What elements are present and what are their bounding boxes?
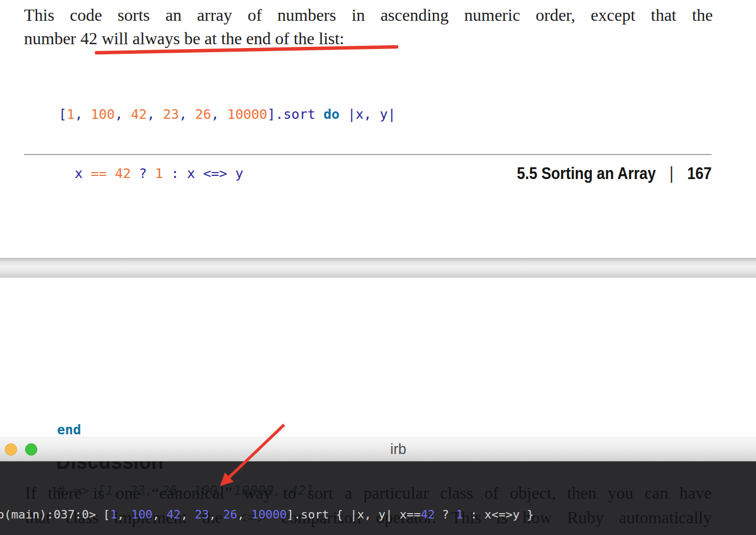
footer-divider (24, 154, 712, 155)
paragraph-line-2: number 42 will always be at the end of t… (24, 27, 713, 50)
footer-section-title: 5.5 Sorting an Array (517, 164, 656, 183)
book-paragraph: This code sorts an array of numbers in a… (24, 3, 713, 50)
terminal-window: irb Discussion If there is one “canonica… (0, 437, 756, 535)
terminal-titlebar[interactable]: irb (0, 437, 756, 461)
code-line-sort-do: [1, 100, 42, 23, 26, 10000].sort do |x, … (59, 104, 396, 124)
terminal-content[interactable]: Discussion If there is one “canonical” w… (0, 461, 756, 535)
terminal-title: irb (0, 441, 756, 458)
footer-separator: | (670, 163, 673, 183)
screen: This code sorts an array of numbers in a… (0, 0, 756, 535)
page-footer: 5.5 Sorting an Array|167 (24, 163, 712, 183)
terminal-lines: irb(main):037:0> [1, 100, 42, 23, 26, 10… (0, 461, 756, 535)
code-example-top: [1, 100, 42, 23, 26, 10000].sort do |x, … (59, 65, 396, 223)
paragraph-line-1: This code sorts an array of numbers in a… (24, 3, 713, 27)
footer-page-number: 167 (687, 164, 712, 183)
terminal-prompt-037: irb(main):037:0> [1, 100, 42, 23, 26, 10… (0, 502, 756, 522)
pdf-page-gap (0, 258, 756, 278)
